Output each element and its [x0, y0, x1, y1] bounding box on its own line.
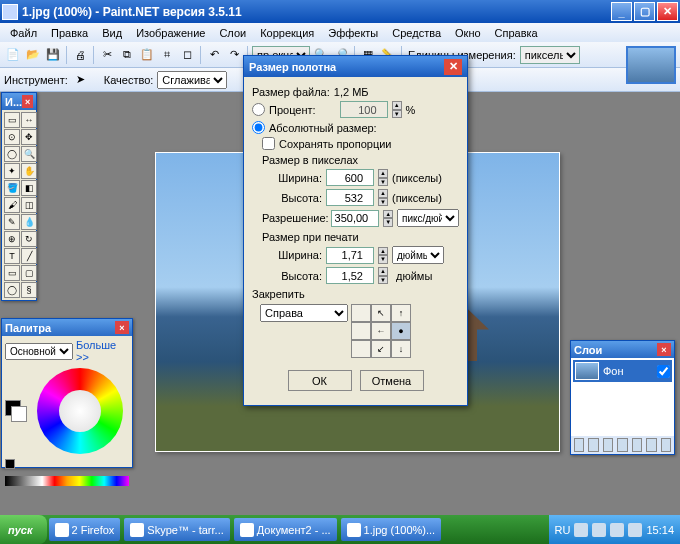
layer-row-bg[interactable]: Фон: [573, 360, 672, 382]
units-combo[interactable]: пикселы: [520, 46, 580, 64]
palette-more-button[interactable]: Больше >>: [76, 339, 129, 363]
deselect-button[interactable]: ◻: [178, 46, 196, 64]
tool-move-sel[interactable]: ✥: [21, 129, 37, 145]
copy-button[interactable]: ⧉: [118, 46, 136, 64]
tool-pencil[interactable]: ✎: [4, 214, 20, 230]
system-tray[interactable]: RU 15:14: [549, 515, 680, 544]
palette-close[interactable]: ×: [115, 321, 129, 334]
absolute-radio[interactable]: [252, 121, 265, 134]
document-thumbnail[interactable]: [626, 46, 676, 84]
height-in-spinner[interactable]: ▲▼: [378, 267, 388, 284]
tool-text[interactable]: T: [4, 248, 20, 264]
dialog-close-button[interactable]: ✕: [444, 59, 462, 75]
start-button[interactable]: пуск: [0, 515, 47, 544]
tool-picker[interactable]: 💧: [21, 214, 37, 230]
tool-rectangle-select[interactable]: ▭: [4, 112, 20, 128]
height-px-input[interactable]: [326, 189, 374, 206]
res-unit-combo[interactable]: пикс/дюйм: [397, 209, 459, 227]
tool-zoom[interactable]: 🔍: [21, 146, 37, 162]
tool-rect[interactable]: ▭: [4, 265, 20, 281]
task-word[interactable]: Документ2 - ...: [234, 518, 337, 541]
width-px-input[interactable]: [326, 169, 374, 186]
color-wheel[interactable]: [37, 368, 123, 454]
save-button[interactable]: 💾: [44, 46, 62, 64]
layer-props-button[interactable]: [661, 438, 671, 452]
crop-button[interactable]: ⌗: [158, 46, 176, 64]
layer-up-button[interactable]: [632, 438, 642, 452]
height-in-input[interactable]: [326, 267, 374, 284]
task-paintnet[interactable]: 1.jpg (100%)...: [341, 518, 442, 541]
width-in-spinner[interactable]: ▲▼: [378, 247, 388, 264]
paste-button[interactable]: 📋: [138, 46, 156, 64]
tools-panel-close[interactable]: ×: [22, 95, 33, 108]
ok-button[interactable]: ОК: [288, 370, 352, 391]
redo-button[interactable]: ↷: [225, 46, 243, 64]
task-skype[interactable]: Skype™ - tarr...: [124, 518, 229, 541]
color-swatch[interactable]: [5, 400, 27, 422]
menu-view[interactable]: Вид: [96, 25, 128, 41]
tool-bucket[interactable]: 🪣: [4, 180, 20, 196]
tool-ellipse-select[interactable]: ◯: [4, 146, 20, 162]
tray-icon-4[interactable]: [628, 523, 642, 537]
anchor-combo[interactable]: Справа: [260, 304, 348, 322]
tool-wand[interactable]: ✦: [4, 163, 20, 179]
menu-layers[interactable]: Слои: [213, 25, 252, 41]
layer-delete-button[interactable]: [588, 438, 598, 452]
color-spectrum[interactable]: [5, 476, 129, 486]
tool-eraser[interactable]: ◫: [21, 197, 37, 213]
menu-file[interactable]: Файл: [4, 25, 43, 41]
tray-icon-3[interactable]: [610, 523, 624, 537]
tool-rrect[interactable]: ▢: [21, 265, 37, 281]
tool-gradient[interactable]: ◧: [21, 180, 37, 196]
layer-down-button[interactable]: [646, 438, 656, 452]
undo-button[interactable]: ↶: [205, 46, 223, 64]
height-px-spinner[interactable]: ▲▼: [378, 189, 388, 206]
tool-ellipse[interactable]: ◯: [4, 282, 20, 298]
percent-radio[interactable]: [252, 103, 265, 116]
tool-freeform[interactable]: §: [21, 282, 37, 298]
layer-dup-button[interactable]: [603, 438, 613, 452]
res-spinner[interactable]: ▲▼: [383, 210, 393, 227]
menu-adjust[interactable]: Коррекция: [254, 25, 320, 41]
menu-help[interactable]: Справка: [489, 25, 544, 41]
open-button[interactable]: 📂: [24, 46, 42, 64]
tool-clone[interactable]: ⊕: [4, 231, 20, 247]
new-button[interactable]: 📄: [4, 46, 22, 64]
print-button[interactable]: 🖨: [71, 46, 89, 64]
layers-close[interactable]: ×: [657, 343, 671, 356]
anchor-grid[interactable]: ↖↑ ←● ↙↓: [351, 304, 411, 358]
menu-edit[interactable]: Правка: [45, 25, 94, 41]
color-swap[interactable]: [5, 459, 19, 473]
maximize-button[interactable]: ▢: [634, 2, 655, 21]
tool-recolor[interactable]: ↻: [21, 231, 37, 247]
tool-lasso[interactable]: ⊙: [4, 129, 20, 145]
width-in-input[interactable]: [326, 247, 374, 264]
tool-move[interactable]: ↔: [21, 112, 37, 128]
tool-line[interactable]: ╱: [21, 248, 37, 264]
layer-merge-button[interactable]: [617, 438, 627, 452]
cut-button[interactable]: ✂: [98, 46, 116, 64]
task-firefox[interactable]: 2 Firefox: [49, 518, 121, 541]
clock[interactable]: 15:14: [646, 524, 674, 536]
keep-ratio-checkbox[interactable]: [262, 137, 275, 150]
layer-add-button[interactable]: [574, 438, 584, 452]
close-button[interactable]: ✕: [657, 2, 678, 21]
quality-combo[interactable]: Сглажива...: [157, 71, 227, 89]
width-px-spinner[interactable]: ▲▼: [378, 169, 388, 186]
layer-visible-checkbox[interactable]: [657, 365, 670, 378]
color-mode-combo[interactable]: Основной: [5, 343, 73, 360]
menu-window[interactable]: Окно: [449, 25, 487, 41]
menu-image[interactable]: Изображение: [130, 25, 211, 41]
lang-indicator[interactable]: RU: [555, 524, 571, 536]
menu-tools[interactable]: Средства: [386, 25, 447, 41]
cancel-button[interactable]: Отмена: [360, 370, 424, 391]
minimize-button[interactable]: _: [611, 2, 632, 21]
width-in-unit[interactable]: дюймы: [392, 246, 444, 264]
tray-icon-2[interactable]: [592, 523, 606, 537]
tool-pan[interactable]: ✋: [21, 163, 37, 179]
tray-icon-1[interactable]: [574, 523, 588, 537]
menu-effects[interactable]: Эффекты: [322, 25, 384, 41]
current-tool-icon[interactable]: ➤: [72, 71, 90, 89]
res-input[interactable]: [331, 210, 379, 227]
tool-brush[interactable]: 🖌: [4, 197, 20, 213]
